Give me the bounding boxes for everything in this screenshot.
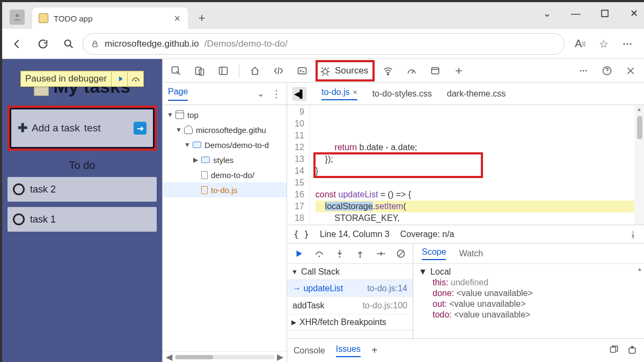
read-aloud-button[interactable]: A)) [571,35,589,53]
drawer-issues-tab[interactable]: Issues [336,344,361,357]
download-icon[interactable]: ⭳ [629,230,638,239]
scope-scrollbar[interactable]: ▲ [636,266,643,337]
editor-tab[interactable]: dark-theme.css [447,89,506,99]
lock-icon [91,40,99,48]
task-row[interactable]: task 2 [8,177,157,202]
task-checkbox[interactable] [13,213,25,225]
window-close-icon[interactable]: ✕ [626,5,642,21]
profile-button[interactable] [10,10,25,25]
devtools-settings-icon[interactable] [573,61,594,81]
task-checkbox[interactable] [13,183,25,195]
coverage-status: Coverage: n/a [400,230,455,239]
drawer-console-tab[interactable]: Console [294,346,325,356]
svg-point-24 [383,253,385,254]
browser-more-button[interactable] [618,35,636,53]
more-tabs-button[interactable] [449,61,469,81]
resume-button[interactable] [292,247,305,260]
file-pane-scrollbar[interactable]: ◀▶ [163,351,287,362]
step-button[interactable] [374,247,387,260]
deactivate-breakpoints-button[interactable] [394,247,407,260]
code-text[interactable]: return b.date - a.date; });}const update… [310,105,644,225]
debugger-resume-icon[interactable] [111,71,127,86]
navigator-more-icon[interactable]: ⋮ [272,88,281,100]
add-task-card[interactable]: ✚ Add a task ➜ [10,108,155,149]
rendered-page: Paused in debugger My tasks ✚ Add a task… [2,59,162,362]
new-tab-button[interactable]: + [197,14,206,23]
scope-tab[interactable]: Scope [422,247,446,260]
tree-folder-styles[interactable]: styles [213,156,233,165]
submit-task-button[interactable]: ➜ [134,122,147,135]
add-task-label: Add a task [32,122,80,134]
tree-host[interactable]: microsoftedge.githu [196,125,266,135]
drawer-add-tab[interactable]: + [371,344,378,357]
drawer-icon-2[interactable] [627,344,638,357]
network-tab-icon[interactable] [378,61,398,81]
devtools-help-icon[interactable] [597,61,617,81]
application-tab-icon[interactable] [425,61,445,81]
page-navigator-tab[interactable]: Page [168,87,188,101]
file-tree[interactable]: ▼top ▼microsoftedge.githu ▼Demos/demo-to… [163,105,287,351]
svg-point-21 [319,255,320,257]
tab-favicon [39,13,48,23]
task-label: task 2 [30,184,56,195]
scope-body[interactable]: ▼Local this: undefined done: <value unav… [413,264,644,338]
svg-rect-26 [610,347,616,352]
step-over-button[interactable] [313,247,326,260]
bug-icon [320,65,331,76]
drawer-icon-1[interactable] [609,344,619,357]
content-split: Paused in debugger My tasks ✚ Add a task… [2,59,644,362]
favorite-button[interactable]: ☆ [595,35,613,53]
device-toggle-icon[interactable] [189,61,210,81]
tree-file-js[interactable]: to-do.js [211,186,237,195]
task-row[interactable]: task 1 [8,207,157,232]
panel-layout-icon[interactable] [213,61,233,81]
elements-tab-icon[interactable] [268,61,289,81]
watch-tab[interactable]: Watch [459,249,483,258]
tab-close-icon[interactable]: × [173,14,181,23]
add-task-input[interactable] [84,122,116,134]
url-box[interactable]: microsoftedge.github.io/Demos/demo-to-do… [83,33,565,55]
inspect-element-icon[interactable] [166,61,186,81]
devtools-close-icon[interactable] [620,61,641,81]
folder-icon [201,157,210,163]
xhr-breakpoints-header[interactable]: ▶XHR/fetch Breakpoints [287,314,413,330]
paused-in-debugger-overlay: Paused in debugger [20,71,144,87]
svg-point-18 [586,70,587,71]
navigator-dropdown-icon[interactable]: ⌄ [257,88,264,99]
svg-point-16 [580,70,582,71]
debugger-step-icon[interactable] [127,71,143,86]
svg-point-4 [623,43,625,45]
sources-tab[interactable]: Sources [316,60,375,82]
performance-tab-icon[interactable] [401,61,422,81]
code-body[interactable]: 9101112131415161718 return b.date - a.da… [287,105,644,225]
stack-frame-current[interactable]: → updateList to-do.js:14 [287,280,413,297]
close-tab-icon[interactable]: × [353,88,357,97]
browser-tab-active[interactable]: TODO app × [32,8,188,29]
file-icon [201,171,208,179]
step-out-button[interactable] [354,247,367,260]
window-minimize-icon[interactable]: — [568,5,584,21]
sources-tab-label: Sources [335,65,368,76]
tree-file-html[interactable]: demo-to-do/ [211,171,254,180]
tree-folder[interactable]: Demos/demo-to-d [204,141,269,150]
search-button[interactable] [57,32,80,56]
welcome-tab-icon[interactable] [245,61,265,81]
step-into-button[interactable] [333,247,346,260]
tree-top[interactable]: top [187,110,199,120]
console-tab-icon[interactable] [292,61,312,81]
svg-point-6 [630,43,631,45]
add-task-panel: ✚ Add a task ➜ [8,106,157,151]
call-stack-header[interactable]: ▼Call Stack [287,264,413,280]
back-button[interactable] [5,32,29,56]
pretty-print-button[interactable]: { } [294,229,309,239]
refresh-button[interactable] [31,32,55,56]
svg-rect-12 [298,68,306,74]
stack-frame[interactable]: addTask to-do.js:100 [287,297,413,314]
window-maximize-icon[interactable] [597,5,613,21]
editor-scrollbar[interactable]: ▲ [634,105,644,225]
window-chevron-icon[interactable]: ⌄ [539,5,555,21]
editor-tab[interactable]: to-do-styles.css [372,89,432,99]
editor-tab-active[interactable]: to-do.js× [321,87,357,100]
navigate-files-icon[interactable]: ◀▌ [292,87,306,101]
svg-rect-1 [602,10,608,17]
